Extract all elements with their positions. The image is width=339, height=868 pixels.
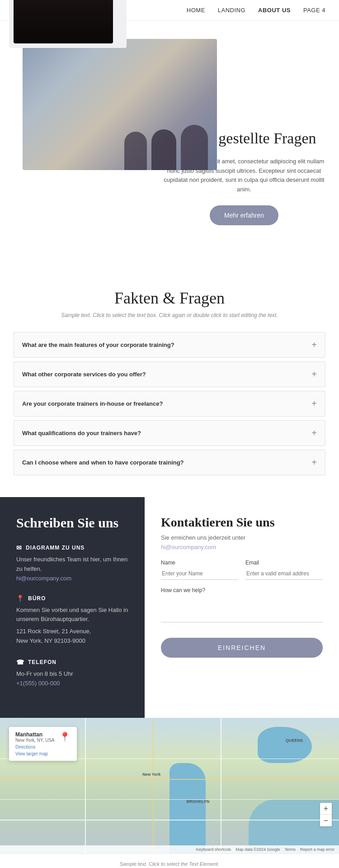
map-data-credit: Map data ©2024 Google [235, 847, 280, 852]
contact-phone-hours: Mo-Fr von 8 bis 5 Uhr [16, 669, 128, 679]
nav-home[interactable]: HOME [187, 7, 205, 14]
map-road-h4 [0, 820, 339, 821]
map-label-manhattan: New York [142, 772, 160, 777]
map-keyboard-shortcuts: Keyboard shortcuts [196, 847, 231, 852]
map-zoom-in-button[interactable]: + [320, 803, 332, 815]
map-report-error: Report a map error [300, 847, 334, 852]
faq-item-1[interactable]: What are the main features of your corpo… [14, 332, 325, 358]
nav-landing[interactable]: LANDING [218, 7, 245, 14]
contact-phone-label: TELEFON [28, 659, 56, 665]
faq-subtitle: Sample text. Click to select the text bo… [14, 312, 325, 318]
email-input[interactable] [245, 568, 323, 580]
contact-form-row-1: Name Email [161, 560, 323, 580]
faq-question-3: Are your corporate trainers in-house or … [22, 400, 163, 407]
office-photo [23, 39, 217, 170]
contact-office-header: 📍 BÜRO [16, 595, 128, 602]
name-label: Name [161, 560, 238, 566]
faq-expand-icon-1: + [311, 340, 317, 350]
contact-office-item: 📍 BÜRO Kommen Sie vorbei und sagen Sie H… [16, 595, 128, 646]
map-label-brooklyn: BROOKLYN [187, 799, 210, 804]
map-directions-link[interactable]: Directions [15, 745, 55, 749]
name-input[interactable] [161, 568, 238, 580]
faq-question-5: Can I choose where and when to have corp… [22, 459, 184, 466]
contact-office-desc: Kommen Sie vorbei und sagen Sie Hallo in… [16, 606, 128, 625]
contact-email-link[interactable]: hi@ourcompany.com [16, 575, 71, 582]
footer-text: Sample text. Click to select the Text El… [120, 861, 219, 867]
map-section: New York Newark BROOKLYN QUEENS Manhatta… [0, 718, 339, 854]
map-road-v2 [153, 718, 154, 854]
faq-question-2: What other corporate services do you off… [22, 371, 146, 378]
faq-item-2[interactable]: What other corporate services do you off… [14, 361, 325, 387]
faq-expand-icon-5: + [311, 457, 317, 468]
map-road-v1 [85, 718, 86, 854]
contact-office-label: BÜRO [28, 595, 46, 602]
hero-button[interactable]: Mehr erfahren [210, 205, 278, 225]
map-water-1 [258, 727, 312, 763]
contact-phone-number[interactable]: +1(555) 000-000 [16, 680, 60, 687]
faq-section: Fakten & Fragen Sample text. Click to se… [0, 252, 339, 497]
submit-button[interactable]: EINREICHEN [161, 638, 323, 658]
faq-expand-icon-3: + [311, 398, 317, 409]
map-label-queens: QUEENS [286, 738, 303, 743]
hero-portrait [14, 0, 113, 43]
envelope-icon: ✉ [16, 544, 22, 551]
faq-title: Fakten & Fragen [14, 289, 325, 308]
contact-office-address: 121 Rock Street, 21 Avenue,New York, NY … [16, 627, 128, 646]
faq-item-4[interactable]: What qualifications do your trainers hav… [14, 420, 325, 446]
map-popup-title: Manhattan [15, 731, 55, 738]
faq-question-1: What are the main features of your corpo… [22, 342, 174, 348]
faq-item-5[interactable]: Can I choose where and when to have corp… [14, 450, 325, 475]
contact-email-label: DIAGRAMM ZU UNS [26, 545, 85, 551]
contact-email-header: ✉ DIAGRAMM ZU UNS [16, 544, 128, 551]
email-field-group: Email [245, 560, 323, 580]
contact-phone-item: ☎ TELEFON Mo-Fr von 8 bis 5 Uhr +1(555) … [16, 659, 128, 687]
contact-right-panel: Kontaktieren Sie uns Sie erreichen uns j… [145, 497, 339, 718]
location-icon: 📍 [16, 595, 24, 602]
contact-left-panel: Schreiben Sie uns ✉ DIAGRAMM ZU UNS Unse… [0, 497, 145, 718]
contact-section: Schreiben Sie uns ✉ DIAGRAMM ZU UNS Unse… [0, 497, 339, 718]
map-road-h2 [0, 779, 339, 780]
map-footer: Keyboard shortcuts Map data ©2024 Google… [0, 845, 339, 854]
faq-expand-icon-2: + [311, 369, 317, 379]
faq-item-3[interactable]: Are your corporate trainers in-house or … [14, 391, 325, 417]
map-view-larger-link[interactable]: View larger map [15, 751, 55, 756]
page-footer: Sample text. Click to select the Text El… [0, 854, 339, 868]
contact-right-title: Kontaktieren Sie uns [161, 515, 323, 530]
map-background: New York Newark BROOKLYN QUEENS Manhatta… [0, 718, 339, 854]
map-road-v3 [221, 718, 221, 854]
contact-left-title: Schreiben Sie uns [16, 515, 128, 531]
contact-right-email[interactable]: hi@ourcompany.com [161, 544, 323, 550]
nav-links: HOME LANDING ABOUT US PAGE 4 [187, 7, 325, 14]
faq-question-4: What qualifications do your trainers hav… [22, 430, 141, 436]
help-label: How can we help? [161, 587, 323, 593]
map-zoom-out-button[interactable]: − [320, 815, 332, 826]
contact-phone-header: ☎ TELEFON [16, 659, 128, 666]
nav-page4[interactable]: PAGE 4 [303, 7, 325, 14]
map-water-2 [170, 763, 206, 854]
nav-about-us[interactable]: ABOUT US [258, 7, 291, 14]
help-field-group: How can we help? [161, 587, 323, 624]
phone-icon: ☎ [16, 659, 24, 666]
map-zoom-controls: + − [320, 803, 332, 826]
faq-expand-icon-4: + [311, 428, 317, 438]
contact-email-desc: Unser freundliches Team ist hier, um Ihn… [16, 555, 128, 574]
hero-section: Häufig gestellte Fragen Lorem ipsum dolo… [0, 21, 339, 252]
help-textarea[interactable] [161, 595, 323, 622]
map-popup-subtitle: New York, NY, USA [15, 738, 55, 743]
map-terms: Terms [284, 847, 296, 852]
email-label: Email [245, 560, 323, 566]
name-field-group: Name [161, 560, 238, 580]
map-pin-icon: 📍 [59, 731, 71, 742]
map-popup: Manhattan New York, NY, USA Directions V… [9, 727, 77, 761]
contact-email-item: ✉ DIAGRAMM ZU UNS Unser freundliches Tea… [16, 544, 128, 582]
contact-right-subtitle: Sie erreichen uns jederzeit unter [161, 534, 323, 541]
map-road-h3 [0, 799, 339, 800]
